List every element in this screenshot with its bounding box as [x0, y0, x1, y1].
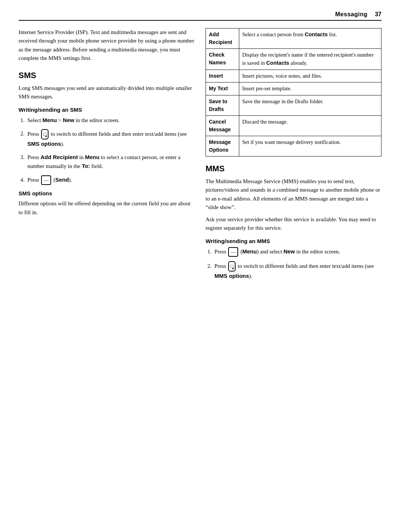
mms-step-1: Press — (Menu) and select New in the edi… [213, 247, 381, 257]
table-cell-label: MessageOptions [206, 136, 239, 156]
table-row: CheckNames Display the recipient's name … [206, 49, 381, 70]
sms-step-1: Select Menu > New in the editor screen. [26, 116, 194, 125]
table-cell-desc: Insert pre-set template. [239, 83, 381, 95]
sms-step-4: Press — (Send). [26, 175, 194, 185]
table-cell-label: Save toDrafts [206, 95, 239, 116]
menu-label: Menu [42, 117, 57, 123]
header-title: Messaging [335, 11, 367, 18]
intro-text: Internet Service Provider (ISP). Text an… [19, 28, 194, 63]
mms-writing-heading: Writing/sending an MMS [206, 238, 381, 244]
sms-heading: SMS [19, 71, 194, 80]
table-cell-label: AddRecipient [206, 28, 239, 49]
table-cell-label: My Text [206, 83, 239, 95]
page-number: 37 [375, 11, 381, 18]
menu-bold: Menu [242, 248, 257, 255]
left-column: Internet Service Provider (ISP). Text an… [19, 28, 194, 285]
mms-heading: MMS [206, 164, 381, 174]
table-cell-desc: Set if you want message delivery notific… [239, 136, 381, 156]
mms-intro2: Ask your service provider whether this s… [206, 215, 381, 233]
content-area: Internet Service Provider (ISP). Text an… [19, 28, 381, 285]
table-cell-label: Insert [206, 70, 239, 83]
right-column: AddRecipient Select a contact person fro… [206, 28, 381, 285]
sms-options-text: Different options will be offered depend… [19, 199, 194, 217]
writing-sms-heading: Writing/sending an SMS [19, 107, 194, 113]
table-row: My Text Insert pre-set template. [206, 83, 381, 95]
sms-options-ref: SMS options [27, 141, 61, 147]
new-bold: New [283, 248, 295, 255]
table-row: Insert Insert pictures, voice notes, and… [206, 70, 381, 83]
send-button-icon: — [41, 175, 51, 185]
sms-step-2: Press □ to switch to different fields an… [26, 129, 194, 148]
mms-options-ref: MMS options [214, 273, 249, 279]
table-cell-desc: Display the recipient's name if the ente… [239, 49, 381, 70]
contacts-bold: Contacts [305, 31, 328, 37]
contacts-bold-2: Contacts [266, 60, 289, 66]
sms-intro: Long SMS messages you send are automatic… [19, 84, 194, 101]
sms-options-table: AddRecipient Select a contact person fro… [206, 28, 381, 156]
add-recipient-label: Add Recipient [40, 154, 78, 160]
sms-options-heading: SMS options [19, 190, 194, 196]
menu-button-icon: — [228, 247, 238, 257]
nav-icon: □ [41, 129, 49, 139]
to-field-label: To: [82, 163, 90, 169]
table-row: CancelMessage Discard the message. [206, 116, 381, 136]
nav-icon-mms: □ [228, 261, 236, 272]
table-cell-desc: Insert pictures, voice notes, and files. [239, 70, 381, 83]
table-row: MessageOptions Set if you want message d… [206, 136, 381, 156]
table-cell-desc: Save the message in the Drafts folder. [239, 95, 381, 116]
table-cell-label: CancelMessage [206, 116, 239, 136]
mms-step-2: Press □ to switch to different fields an… [213, 261, 381, 280]
mms-steps-list: Press — (Menu) and select New in the edi… [206, 247, 381, 281]
table-cell-desc: Discard the message. [239, 116, 381, 136]
send-label: Send [55, 176, 69, 183]
sms-steps-list: Select Menu > New in the editor screen. … [19, 116, 194, 185]
new-label: New [63, 117, 74, 123]
menu-label-2: Menu [85, 154, 99, 160]
mms-intro1: The Multimedia Message Service (MMS) ena… [206, 177, 381, 212]
sms-step-3: Press Add Recipient in Menu to select a … [26, 153, 194, 171]
page: Messaging 37 Internet Service Provider (… [0, 0, 400, 532]
table-cell-label: CheckNames [206, 49, 239, 70]
page-header: Messaging 37 [19, 11, 381, 21]
table-cell-desc: Select a contact person from Contacts li… [239, 28, 381, 49]
table-row: AddRecipient Select a contact person fro… [206, 28, 381, 49]
table-row: Save toDrafts Save the message in the Dr… [206, 95, 381, 116]
